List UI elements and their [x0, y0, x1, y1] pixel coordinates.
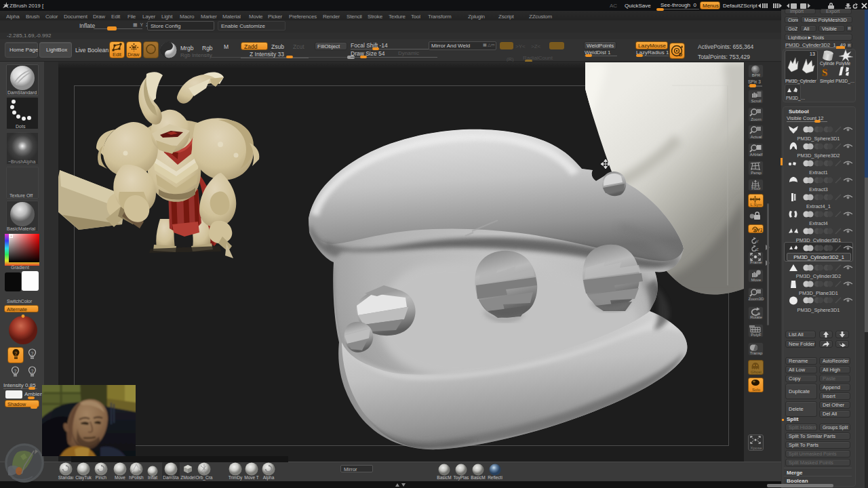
svg-text:Y: Y [756, 239, 759, 243]
svg-text:?: ? [14, 369, 16, 373]
svg-text:?: ? [31, 369, 33, 373]
svg-text:Z: Z [756, 247, 759, 251]
svg-text:D: D [679, 52, 682, 57]
svg-text:S: S [822, 67, 827, 78]
svg-text:XYZ: XYZ [753, 227, 762, 233]
svg-text:?: ? [31, 351, 33, 356]
svg-text:?: ? [14, 351, 17, 356]
